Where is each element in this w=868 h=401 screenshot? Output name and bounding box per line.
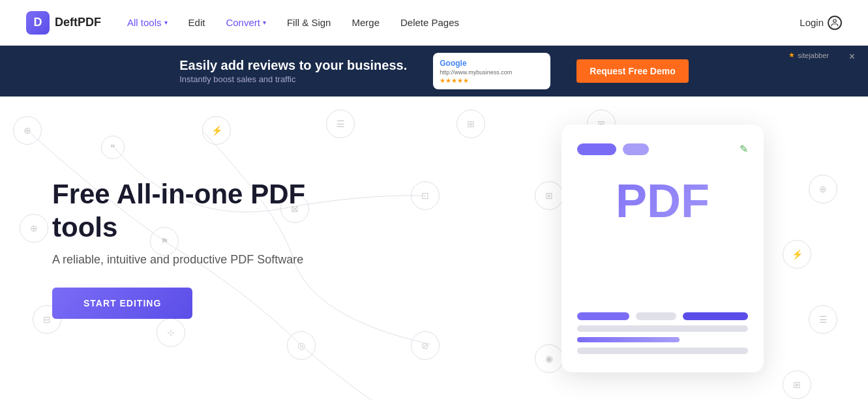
start-editing-button[interactable]: START EDITING (52, 288, 192, 319)
ad-banner: Easily add reviews to your business. Ins… (0, 46, 868, 97)
logo-text: DeftPDF (55, 16, 101, 29)
nav-merge[interactable]: Merge (352, 17, 380, 28)
ad-mock-card: Google http://www.mybusiness.com ★★★★★ (433, 53, 550, 89)
card-pill-blue (577, 143, 616, 155)
deco-circle: ◎ (287, 331, 316, 360)
card-full-bar-1 (577, 325, 748, 332)
hero-content: Free All-in-one PDF tools A reliable, in… (0, 178, 424, 319)
deco-circle: ⚡ (783, 240, 811, 269)
nav-delete-pages[interactable]: Delete Pages (400, 17, 459, 28)
deco-circle: ⊹ (157, 318, 185, 347)
card-bar-gray (636, 312, 676, 320)
hero-title: Free All-in-one PDF tools (52, 178, 372, 244)
hero-section: ⊕ ❝ ⚡ ☰ ⊞ ⊞ ⊕ ⚑ ⊠ ⊡ ⊞ ⊟ ⊹ ◎ ⊘ ◉ ⊕ ⚡ ☰ ⊞ … (0, 97, 868, 400)
ad-title: Easily add reviews to your business. (179, 58, 407, 73)
nav-right: Login (800, 16, 842, 30)
login-button[interactable]: Login (800, 16, 842, 30)
nav-fill-sign[interactable]: Fill & Sign (287, 17, 331, 28)
edit-pencil-icon: ✎ (740, 143, 748, 155)
ad-text: Easily add reviews to your business. Ins… (179, 58, 407, 84)
card-pill-light (623, 143, 649, 155)
deco-circle: ☰ (326, 110, 355, 138)
nav-edit[interactable]: Edit (188, 17, 205, 28)
deco-circle: ⊕ (13, 116, 42, 145)
deco-circle: ⊞ (535, 181, 563, 210)
deco-circle: ◉ (535, 344, 563, 373)
card-full-bar-2 (577, 348, 748, 354)
card-bar-sm (577, 312, 629, 320)
chevron-down-icon: ▾ (263, 19, 266, 26)
deco-circle: ⊞ (456, 110, 485, 138)
ad-brand: ★ sitejabber (788, 51, 829, 59)
nav-convert[interactable]: Convert ▾ (226, 17, 266, 28)
ad-brand-star-icon: ★ (788, 51, 795, 59)
nav-all-tools[interactable]: All tools ▾ (127, 17, 168, 28)
navbar: D DeftPDF All tools ▾ Edit Convert ▾ Fil… (0, 0, 868, 46)
chevron-down-icon: ▾ (164, 19, 168, 26)
ad-inner: Easily add reviews to your business. Ins… (179, 53, 689, 89)
deco-circle: ❝ (101, 136, 125, 159)
nav-links: All tools ▾ Edit Convert ▾ Fill & Sign M… (127, 17, 800, 28)
card-pdf-label: PDF (577, 177, 748, 224)
card-bar-lg (683, 312, 748, 320)
ad-mock-url: http://www.mybusiness.com (440, 69, 544, 76)
deco-circle: ⚡ (202, 116, 231, 145)
card-line-1 (577, 337, 680, 342)
logo[interactable]: D DeftPDF (26, 11, 101, 35)
ad-google-label: Google (440, 59, 544, 68)
deco-circle: ☰ (809, 305, 837, 334)
hero-card-mockup: ✎ PDF (561, 125, 764, 372)
close-icon[interactable]: × (849, 51, 855, 63)
deco-circle: ⊕ (809, 175, 837, 203)
ad-subtitle: Instantly boost sales and traffic (179, 74, 407, 84)
ad-cta-button[interactable]: Request Free Demo (576, 59, 688, 83)
ad-stars: ★★★★★ (440, 77, 544, 84)
card-top: ✎ (577, 143, 748, 155)
deco-circle: ⊘ (411, 331, 440, 360)
user-icon (828, 16, 842, 30)
card-row-1 (577, 312, 748, 320)
hero-subtitle: A reliable, intuitive and productive PDF… (52, 253, 372, 267)
card-bottom (577, 312, 748, 354)
svg-point-0 (833, 19, 837, 22)
deco-circle: ⊞ (783, 370, 811, 399)
logo-icon: D (26, 11, 50, 35)
